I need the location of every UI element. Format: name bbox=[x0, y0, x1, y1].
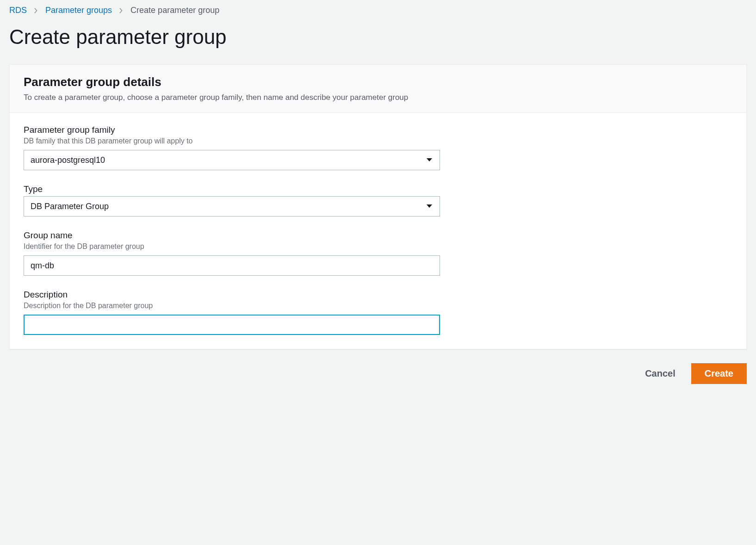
field-group-name: Group name Identifier for the DB paramet… bbox=[24, 230, 732, 276]
panel-subtitle: To create a parameter group, choose a pa… bbox=[24, 93, 732, 102]
group-name-label: Group name bbox=[24, 230, 732, 241]
breadcrumb-link-parameter-groups[interactable]: Parameter groups bbox=[45, 6, 112, 15]
field-type: Type DB Parameter Group bbox=[24, 184, 732, 217]
type-select-value: DB Parameter Group bbox=[31, 202, 109, 211]
description-input[interactable] bbox=[24, 315, 440, 335]
field-description: Description Description for the DB param… bbox=[24, 290, 732, 335]
type-label: Type bbox=[24, 184, 732, 194]
cancel-button[interactable]: Cancel bbox=[642, 364, 678, 384]
parameter-group-panel: Parameter group details To create a para… bbox=[9, 64, 747, 349]
field-parameter-group-family: Parameter group family DB family that th… bbox=[24, 125, 732, 170]
breadcrumb-link-rds[interactable]: RDS bbox=[9, 6, 27, 15]
family-select-value: aurora-postgresql10 bbox=[31, 155, 105, 165]
panel-body: Parameter group family DB family that th… bbox=[10, 113, 746, 349]
description-label: Description bbox=[24, 290, 732, 300]
chevron-right-icon bbox=[118, 8, 124, 13]
footer-actions: Cancel Create bbox=[9, 363, 747, 384]
family-hint: DB family that this DB parameter group w… bbox=[24, 137, 732, 145]
group-name-input[interactable] bbox=[24, 255, 440, 276]
family-select[interactable]: aurora-postgresql10 bbox=[24, 150, 440, 170]
description-hint: Description for the DB parameter group bbox=[24, 302, 732, 310]
page-title: Create parameter group bbox=[9, 25, 747, 49]
create-button[interactable]: Create bbox=[691, 363, 747, 384]
panel-title: Parameter group details bbox=[24, 75, 732, 89]
panel-header: Parameter group details To create a para… bbox=[10, 65, 746, 113]
breadcrumb: RDS Parameter groups Create parameter gr… bbox=[9, 6, 747, 15]
group-name-hint: Identifier for the DB parameter group bbox=[24, 242, 732, 251]
type-select[interactable]: DB Parameter Group bbox=[24, 196, 440, 217]
family-label: Parameter group family bbox=[24, 125, 732, 135]
breadcrumb-current: Create parameter group bbox=[130, 6, 219, 15]
chevron-right-icon bbox=[33, 8, 39, 13]
